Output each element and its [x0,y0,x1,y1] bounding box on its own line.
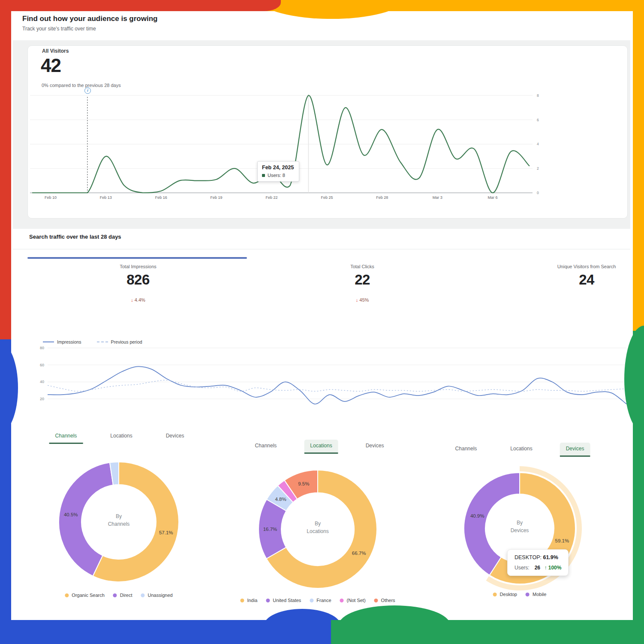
legend-dot [526,593,530,596]
frame-yellow-right [633,0,644,338]
tab-channels[interactable]: Channels [249,440,283,454]
y-axis-tick-label: 8 [537,93,539,98]
stat-value: 826 [69,272,207,288]
legend-dot [310,599,313,602]
tab-channels[interactable]: Channels [449,443,483,457]
slice-percent-label: 40.5% [64,512,78,517]
legend-dot [374,599,378,602]
frame-red-top [0,0,281,11]
x-axis-tick-label: Mar 3 [433,195,442,200]
stat-label: Unique Visitors from Search [518,264,644,269]
y-axis-tick-label: 20 [40,397,44,401]
tab-devices[interactable]: Devices [360,440,390,454]
stat-value: 24 [518,272,644,288]
legend-dot [141,593,145,597]
slice-percent-label: 59.1% [555,538,569,543]
tooltip-desktop-share: DESKTOP: 61.9% [515,554,561,560]
frame-red-left [0,0,11,339]
devices-donut-tooltip: DESKTOP: 61.9% Users:26 ↑ 100% [507,549,569,576]
stat-delta: ↓ 4.4% [69,297,207,303]
locations-panel-tabs: ChannelsLocationsDevices [249,440,390,454]
locations-legend: IndiaUnited StatesFrance(Not Set)Others [240,598,395,603]
legend-item-india: India [240,598,257,603]
legend-dot [493,593,497,596]
legend-item-unassigned: Unassigned [141,593,173,598]
legend-dot [340,599,344,602]
y-axis-tick-label: 60 [40,363,44,367]
slice-percent-label: 57.1% [159,530,173,535]
y-axis-tick-label: 4 [537,142,539,146]
tab-devices[interactable]: Devices [560,443,590,457]
slice-percent-label: 4.8% [275,497,286,502]
all-visitors-comparison: 0% compared to the previous 28 days [42,83,121,88]
impressions-line-chart[interactable]: 80604020 [36,345,628,414]
stat-value: 22 [294,272,431,288]
channels-donut-center-label: ByChannels [108,512,130,528]
impressions-series [48,366,626,404]
users-series-swatch [262,174,265,177]
legend-item-france: France [310,598,331,603]
tooltip-desktop-users: Users:26 ↑ 100% [515,565,561,571]
page-subtitle: Track your site's traffic over time [22,26,96,32]
search-tab-indicator [27,257,247,259]
legend-dot [240,599,244,602]
devices-panel-tabs: ChannelsLocationsDevices [449,443,590,457]
legend-item-notset: (Not Set) [340,598,366,603]
slice-percent-label: 9.5% [298,481,309,486]
tab-locations[interactable]: Locations [104,430,138,444]
stat-label: Total Impressions [69,264,207,269]
tab-locations[interactable]: Locations [304,440,338,454]
legend-item-impressions: Impressions [43,339,81,344]
visitors-chart-tooltip: Feb 24, 2025 Users: 8 [257,161,299,182]
info-icon[interactable]: i [84,87,91,94]
all-visitors-value: 42 [41,55,61,76]
x-axis-tick-label: Feb 25 [321,195,333,200]
legend-item-others: Others [374,598,395,603]
legend-item-organicsearch: Organic Search [65,593,104,598]
tab-locations[interactable]: Locations [504,443,538,457]
x-axis-tick-label: Feb 28 [376,195,388,200]
slice-percent-label: 16.7% [263,527,277,532]
search-traffic-title: Search traffic over the last 28 days [29,234,121,240]
legend-item-unitedstates: United States [266,598,301,603]
all-visitors-label: All Visitors [42,48,69,54]
channels-legend: Organic SearchDirectUnassigned [65,593,172,598]
channels-panel-tabs: ChannelsLocationsDevices [49,430,190,444]
stat-delta: ↓ 45% [294,297,431,303]
y-axis-tick-label: 0 [537,191,539,195]
stat-total-impressions: Total Impressions826↓ 4.4% [69,264,207,303]
x-axis-tick-label: Feb 16 [155,195,167,200]
legend-item-desktop: Desktop [493,592,517,597]
x-axis-tick-label: Feb 10 [45,195,57,200]
y-axis-tick-label: 40 [40,380,44,384]
section-divider [13,249,630,249]
x-axis-tick-label: Feb 13 [100,195,112,200]
slice-percent-label: 66.7% [352,551,366,556]
legend-dot [266,599,270,602]
page-title: Find out how your audience is growing [22,15,157,23]
y-axis-tick-label: 80 [40,346,44,350]
slice-percent-label: 40.9% [470,513,485,518]
tooltip-date: Feb 24, 2025 [262,165,294,171]
x-axis-tick-label: Feb 22 [266,195,278,200]
legend-line-swatch [97,341,108,342]
legend-dot [113,593,117,597]
x-axis-tick-label: Feb 19 [211,195,223,200]
legend-item-previous-period: Previous period [97,339,142,344]
impressions-chart-legend: ImpressionsPrevious period [43,339,142,344]
devices-legend: DesktopMobile [493,592,547,597]
tab-devices[interactable]: Devices [160,430,190,444]
stat-total-clicks: Total Clicks22↓ 45% [294,264,431,303]
legend-line-swatch [43,341,54,342]
x-axis-tick-label: Mar 6 [488,195,498,200]
stat-label: Total Clicks [294,264,431,269]
devices-donut-center-label: ByDevices [511,519,529,534]
legend-item-direct: Direct [113,593,132,598]
legend-dot [65,593,69,597]
y-axis-tick-label: 2 [537,166,539,171]
y-axis-tick-label: 6 [537,118,539,122]
tab-channels[interactable]: Channels [49,430,83,444]
dashboard-root: Find out how your audience is growing Tr… [0,0,644,644]
locations-donut-center-label: ByLocations [307,520,328,535]
visitors-line-chart[interactable]: 86420Feb 10Feb 13Feb 16Feb 19Feb 22Feb 2… [30,90,542,201]
